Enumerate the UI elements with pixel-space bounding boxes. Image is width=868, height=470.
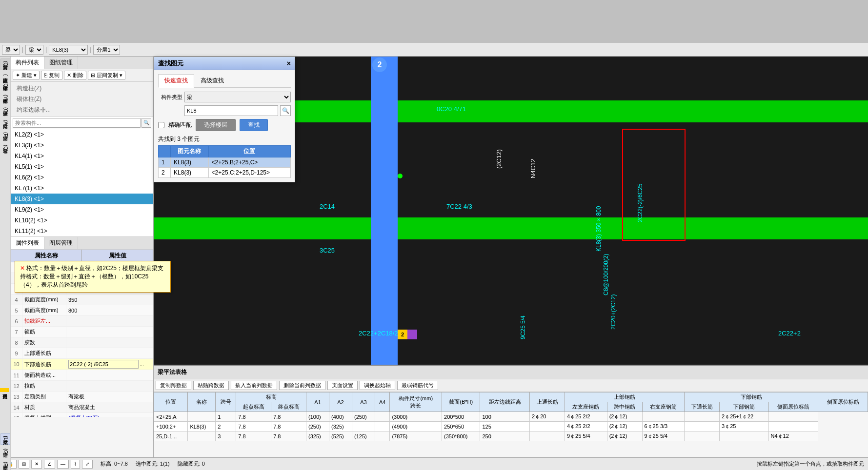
left-tab-ring-beam[interactable]: 圈梁(E)	[1, 460, 10, 470]
dialog-tab-quick[interactable]: 快速查找	[158, 74, 194, 88]
list-item-kl9[interactable]: KL9(2) <1>	[11, 204, 153, 215]
statusbar-btn-x[interactable]: ✕	[31, 460, 42, 469]
label-top1: 0C20 4/71	[437, 105, 466, 113]
list-item-kl11[interactable]: KL11(2) <1>	[11, 226, 153, 236]
btn-copy-span[interactable]: 复制跨数据	[156, 381, 191, 390]
list-item-kl2[interactable]: KL2(2) <1>	[11, 129, 153, 140]
mode-separator2: |	[45, 46, 47, 53]
btn-delete[interactable]: ✕ 删除	[64, 71, 86, 80]
statusbar-btn-arrow[interactable]: ⤢	[82, 460, 93, 469]
comp-column[interactable]: 构造柱(Z)	[13, 83, 151, 94]
label-bot-2c22: 2C22+2	[778, 330, 801, 337]
tooltip-warning-icon: ✕	[20, 265, 26, 272]
dialog-select-layer-btn[interactable]: 选择楼层	[196, 119, 236, 131]
left-tab-conn-beam[interactable]: 连梁(G)	[1, 447, 10, 457]
th-right-seat: 右支座钢筋	[642, 402, 685, 412]
props-tab-layers[interactable]: 图层管理	[44, 237, 78, 249]
btn-weak-rebar[interactable]: 最弱钢筋代号	[397, 381, 438, 390]
kl-select[interactable]: KL8(3)	[49, 45, 88, 55]
comp-masonry-col[interactable]: 砌体柱(Z)	[13, 94, 151, 104]
btn-delete-col[interactable]: 删除当前列数据	[279, 381, 325, 390]
list-item-kl3[interactable]: KL3(3) <1>	[11, 140, 153, 151]
dialog-find-btn[interactable]: 查找	[240, 119, 268, 131]
left-tab-beam[interactable]: 梁(L)	[0, 433, 10, 445]
th-bot-rebar: 下部钢筋	[685, 392, 818, 402]
dialog-close-btn[interactable]: ×	[287, 59, 291, 67]
label-3c25: 3C25	[320, 247, 335, 254]
red-selection-rect	[622, 129, 686, 241]
left-tab-walls[interactable]: 剪力墙(Q)	[0, 59, 10, 70]
layer-select[interactable]: 分层1	[93, 45, 120, 55]
tab-drawing-mgmt[interactable]: 图纸管理	[44, 57, 78, 69]
list-item-kl8[interactable]: KL8(3) <1>	[11, 194, 153, 204]
th-section: 截面(B*H)	[442, 392, 480, 412]
th-mid-rebar: 跨中钢筋	[607, 402, 642, 412]
dialog-comp-type-row: 构件类型 梁	[158, 92, 291, 102]
list-item-kl6[interactable]: KL6(2) <1>	[11, 172, 153, 183]
data-table: 位置 名称 跨号 标高 A1 A2 A3 A4 构件尺寸(mm)跨长 截面(B*…	[154, 392, 868, 441]
dialog-tab-advanced[interactable]: 高级查找	[194, 74, 230, 87]
list-item-kl4[interactable]: KL4(1) <1>	[11, 151, 153, 161]
find-dialog-overlay: 查找图元 × 快速查找 高级查找 构件类型 梁 🔍 精确匹配	[154, 57, 295, 182]
left-tab-thermal[interactable]: 保温墙(Q)	[1, 105, 10, 116]
statusbar-btn-line[interactable]: —	[57, 460, 69, 469]
left-tab-door[interactable]: 人防门框墙(	[1, 72, 10, 78]
th-bot-bar: 下部钢筋	[720, 402, 768, 412]
dialog-comp-type-select[interactable]: 梁	[184, 92, 291, 102]
btn-swap-axis[interactable]: 调换起始轴	[360, 381, 395, 390]
dialog-result-row-2[interactable]: 2 KL8(3) <2+25,C;2+25,D-125>	[159, 168, 291, 178]
th-top-long: 上通长筋	[530, 392, 565, 412]
tooltip: ✕ 格式：数量＋级别＋直径，如2C25；楼层框架扁梁支持格式：数量＋级别＋直径＋…	[15, 261, 171, 293]
dialog-search-icon[interactable]: 🔍	[280, 105, 291, 116]
dialog-results-count: 共找到 3 个图元	[158, 135, 291, 143]
dialog-result-pos-1: <2+25,B;2+25,C>	[208, 157, 290, 168]
dialog-body: 快速查找 高级查找 构件类型 梁 🔍 精确匹配 选择楼层 查找 共找到 3 个图…	[154, 70, 295, 182]
element-type-select[interactable]: 梁	[2, 45, 20, 55]
beam-type-select[interactable]: 梁	[25, 45, 43, 55]
th-side-orig: 侧面原位标筋	[768, 402, 818, 412]
bottom-table-scroll[interactable]: 位置 名称 跨号 标高 A1 A2 A3 A4 构件尺寸(mm)跨长 截面(B*…	[154, 392, 868, 457]
left-tab-masonry2[interactable]: 砌体加筋(Y)	[1, 93, 10, 103]
tab-component-list[interactable]: 构件列表	[11, 57, 44, 69]
dialog-exact-match-checkbox[interactable]	[158, 122, 164, 128]
th-name: 名称	[188, 392, 216, 412]
list-item-kl7[interactable]: KL7(1) <1>	[11, 183, 153, 194]
left-tab-masonry[interactable]: 砌体墙(Q)	[1, 80, 10, 91]
left-tab-hidden-beam[interactable]: 暗梁(A)	[1, 118, 10, 128]
th-a2: A2	[329, 392, 352, 412]
edit-more-btn[interactable]: ...	[140, 361, 144, 367]
left-tab-wall-beam[interactable]: 墙梁(E)	[1, 130, 10, 140]
left-tab-curtain[interactable]: 幕墙(Q)	[1, 143, 10, 154]
green-band-mid	[154, 217, 868, 239]
list-item-kl5[interactable]: KL5(1) <1>	[11, 161, 153, 172]
data-row-3: 25,D-1... 3 7.8 7.8 (325) (525) (125) (7…	[154, 431, 868, 441]
btn-paste-span[interactable]: 粘贴跨数据	[193, 381, 229, 390]
label-9c25: 9C25 5/4	[520, 281, 526, 339]
bot-rebar-input[interactable]	[68, 360, 139, 369]
th-side: 侧面原位标筋	[818, 392, 868, 412]
search-input[interactable]	[13, 118, 141, 128]
free-trial-badge[interactable]: 免费试用	[0, 388, 9, 392]
props-tab-attrs[interactable]: 属性列表	[11, 237, 44, 249]
btn-page-settings[interactable]: 页面设置	[327, 381, 358, 390]
statusbar: 🔒 ⊞ ✕ ∠ — ⌇ ⤢ 标高: 0~7.8 选中图元: 1(1) 隐藏图元:…	[0, 457, 868, 470]
prop-row-15: 15 混凝土类型 (混凝土20石)	[11, 413, 153, 417]
statusbar-icons: 🔒 ⊞ ✕ ∠ — ⌇ ⤢	[4, 460, 93, 469]
btn-layer-copy[interactable]: ⊞ 层间复制 ▾	[88, 71, 125, 80]
btn-new[interactable]: ✦ 新建 ▾	[13, 71, 40, 80]
btn-copy[interactable]: ⎘ 复制	[41, 71, 62, 80]
prop-row-7: 7 箍筋	[11, 327, 153, 337]
search-row: 🔍	[11, 117, 153, 129]
search-button[interactable]: 🔍	[141, 118, 151, 128]
list-item-kl10[interactable]: KL10(2) <1>	[11, 215, 153, 226]
dialog-name-input[interactable]	[184, 105, 278, 116]
dialog-result-row-1[interactable]: 1 KL8(3) <2+25,B;2+25,C>	[159, 157, 291, 168]
comp-constraint[interactable]: 约束边缘非...	[13, 104, 151, 115]
props-col-name: 属性名称	[11, 250, 82, 262]
statusbar-btn-angle[interactable]: ∠	[44, 460, 55, 469]
statusbar-btn-dash[interactable]: ⌇	[71, 460, 80, 469]
component-list: KL2(2) <1> KL3(3) <1> KL4(1) <1> KL5(1) …	[11, 129, 153, 236]
mode-toolbar: 梁 | 梁 | KL8(3) | 分层1	[0, 43, 868, 57]
statusbar-btn-grid[interactable]: ⊞	[19, 460, 29, 469]
btn-insert-col[interactable]: 插入当前列数据	[231, 381, 277, 390]
